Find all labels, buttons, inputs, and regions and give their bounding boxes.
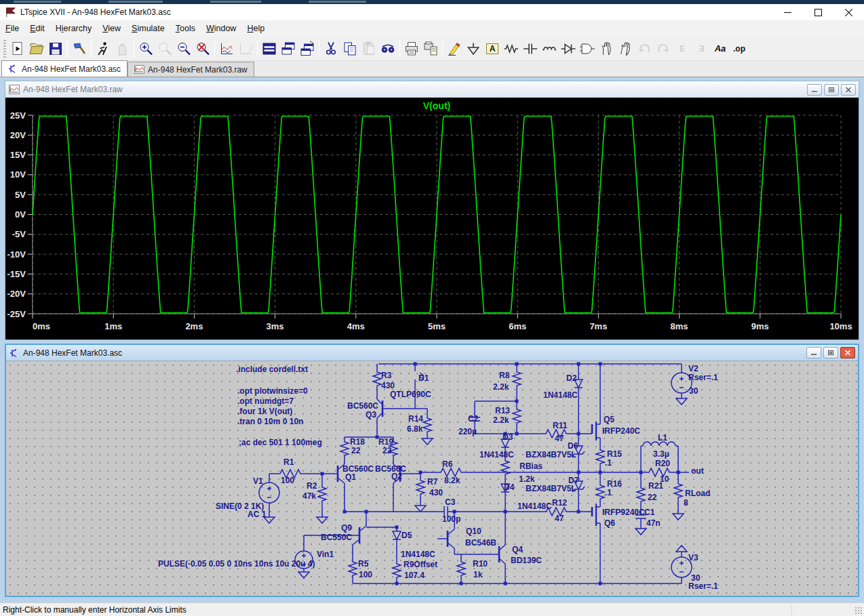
menu-simulate[interactable]: Simulate (126, 20, 170, 37)
schematic-label: R12 (552, 499, 567, 507)
x-axis-tick-label: 1ms (104, 321, 122, 331)
draw-wire-icon[interactable] (445, 39, 464, 58)
mdi-workspace: An-948 HexFet Mark03.raw 25V20V15V10V5V0… (0, 77, 864, 602)
schematic-label: .1 (605, 489, 612, 497)
sch-close-button[interactable] (840, 347, 855, 358)
status-message: Right-Click to manually enter Horizontal… (0, 605, 186, 615)
schematic-label: V1 (253, 477, 263, 485)
schematic-label: L1 (658, 434, 667, 442)
cut-icon[interactable] (321, 39, 340, 58)
menu-tools[interactable]: Tools (170, 20, 201, 37)
toolbar-grip (3, 40, 6, 58)
autorange-plot-icon[interactable] (217, 39, 236, 58)
waveform-window: An-948 HexFet Mark03.raw 25V20V15V10V5V0… (5, 81, 859, 340)
schematic-label: BC560C (347, 402, 378, 410)
y-axis-tick-label: -5V (12, 229, 26, 239)
schematic-label: 47k (302, 492, 316, 500)
control-panel-icon[interactable] (70, 39, 89, 58)
new-schematic-icon[interactable] (8, 39, 27, 58)
save-file-icon[interactable] (46, 39, 65, 58)
schematic-label: 2.2k (493, 383, 509, 391)
print-icon[interactable] (402, 39, 421, 58)
menu-help[interactable]: Help (241, 20, 270, 37)
sch-restore-button[interactable] (823, 347, 838, 358)
place-inductor-icon[interactable] (540, 39, 559, 58)
x-axis-tick-label: 2ms (185, 321, 203, 331)
close-button[interactable] (833, 4, 864, 20)
place-resistor-icon[interactable] (502, 39, 521, 58)
zoom-in-icon[interactable] (136, 39, 155, 58)
copy-icon[interactable] (340, 39, 359, 58)
schematic-label: V2 (688, 365, 699, 373)
place-ground-icon[interactable] (464, 39, 483, 58)
place-net-label-icon[interactable]: A (483, 39, 502, 58)
sch-minimize-button[interactable] (806, 347, 821, 358)
tab-waveform[interactable]: An-948 HexFet Mark03.raw (127, 62, 254, 77)
y-axis-tick-label: 5V (15, 190, 26, 200)
run-icon[interactable] (94, 39, 113, 58)
minimize-button[interactable] (772, 4, 803, 20)
y-axis-tick-label: 20V (10, 130, 26, 140)
place-diode-icon[interactable] (559, 39, 578, 58)
status-separator (791, 605, 792, 615)
cascade-windows-icon[interactable] (279, 39, 298, 58)
x-axis-tick-label: 7ms (589, 321, 607, 331)
menu-window[interactable]: Window (201, 20, 241, 37)
place-component-icon[interactable] (578, 39, 597, 58)
close-icon (845, 87, 852, 93)
waveform-plot[interactable]: 25V20V15V10V5V0V-5V-10V-15V-20V-25V0ms1m… (5, 98, 859, 340)
tile-windows-icon[interactable] (260, 39, 279, 58)
menu-edit[interactable]: Edit (24, 20, 50, 37)
schematic-label: BC550C (321, 533, 352, 541)
schematic-label: R13 (495, 407, 510, 415)
schematic-canvas[interactable]: .include cordell.txt.opt plotwinsize=0.o… (6, 361, 858, 596)
schematic-label: D4 (504, 483, 514, 491)
tab-schematic[interactable]: An-948 HexFet Mark03.asc (1, 60, 127, 77)
wave-restore-button[interactable] (824, 84, 839, 96)
schematic-label: D1 (418, 374, 429, 382)
schematic-label: D2 (566, 374, 576, 382)
schematic-label: Q6 (604, 519, 615, 527)
x-axis-tick-label: 4ms (347, 321, 365, 331)
toolbar-separator (91, 40, 92, 58)
schematic-label: Q4 (512, 546, 523, 554)
toolbar-separator (134, 40, 134, 58)
schematic-label: R9Offset (404, 560, 437, 569)
waveform-window-titlebar[interactable]: An-948 HexFet Mark03.raw (5, 81, 859, 98)
schematic-label: Q5 (604, 415, 614, 424)
status-bar: Right-Click to manually enter Horizontal… (0, 602, 864, 616)
arrange-windows-icon[interactable] (298, 39, 317, 58)
menu-view[interactable]: View (97, 20, 126, 37)
schematic-label: R8 (499, 371, 509, 379)
schematic-label: 47 (555, 434, 564, 443)
x-axis-tick-label: 0ms (33, 321, 50, 331)
schematic-label: R19 (378, 438, 393, 446)
place-capacitor-icon[interactable] (521, 39, 540, 58)
drag-icon[interactable] (616, 39, 635, 58)
schematic-label: Vin1 (317, 550, 334, 558)
menu-hierarchy[interactable]: Hierarchy (50, 20, 98, 37)
place-directive-icon[interactable]: .op (730, 39, 749, 58)
menu-file[interactable]: File (0, 20, 24, 37)
find-icon[interactable] (378, 39, 397, 58)
print-preview-icon[interactable] (421, 39, 440, 58)
close-icon (845, 9, 852, 16)
minimize-icon (811, 87, 818, 93)
schematic-label: 47 (555, 514, 564, 522)
resize-grip[interactable] (855, 607, 863, 615)
open-file-icon[interactable] (27, 39, 46, 58)
zoom-full-extents-icon[interactable] (193, 39, 212, 58)
move-icon[interactable] (597, 39, 616, 58)
schematic-label: .tran 0 10m 0 10n (237, 417, 303, 426)
zoom-out-icon[interactable] (174, 39, 193, 58)
schematic-label: Rser=.1 (688, 582, 718, 590)
restore-icon (828, 87, 835, 93)
schematic-label: 3.3µ (653, 450, 669, 458)
y-axis-tick-label: -15V (7, 269, 26, 279)
wave-minimize-button[interactable] (807, 84, 822, 96)
place-text-icon[interactable]: Aa (711, 39, 730, 58)
wave-close-button[interactable] (841, 84, 856, 96)
maximize-button[interactable] (803, 4, 833, 20)
schematic-label: V3 (688, 554, 699, 562)
schematic-window-titlebar[interactable]: An-948 HexFet Mark03.asc (6, 345, 858, 361)
